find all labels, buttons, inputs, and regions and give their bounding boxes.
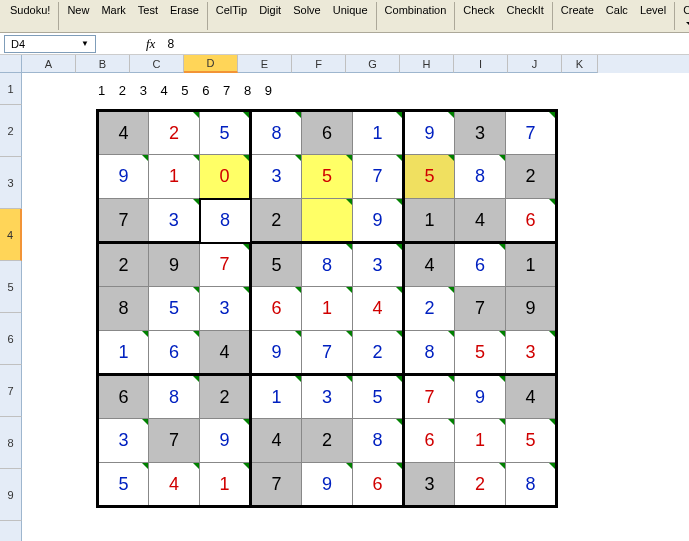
- cell-r2c5[interactable]: 5: [302, 155, 353, 199]
- cell-r7c8[interactable]: 9: [455, 375, 506, 419]
- cell-r1c6[interactable]: 1: [353, 111, 404, 155]
- chevron-down-icon[interactable]: ▼: [81, 39, 89, 48]
- cell-r7c9[interactable]: 4: [506, 375, 557, 419]
- menu-mark[interactable]: Mark: [95, 2, 131, 30]
- cell-r4c3[interactable]: 7: [200, 243, 251, 287]
- cell-r9c1[interactable]: 5: [98, 463, 149, 507]
- cell-r1c2[interactable]: 2: [149, 111, 200, 155]
- col-header-e[interactable]: E: [238, 55, 292, 73]
- menu-sudoku[interactable]: Sudoku!: [4, 2, 56, 30]
- cell-r5c3[interactable]: 3: [200, 287, 251, 331]
- cell-r3c5[interactable]: [302, 199, 353, 243]
- cell-r8c7[interactable]: 6: [404, 419, 455, 463]
- cell-r1c5[interactable]: 6: [302, 111, 353, 155]
- menu-digit[interactable]: Digit: [253, 2, 287, 30]
- select-all-corner[interactable]: [0, 55, 22, 73]
- col-header-a[interactable]: A: [22, 55, 76, 73]
- cell-r1c7[interactable]: 9: [404, 111, 455, 155]
- cell-r4c7[interactable]: 4: [404, 243, 455, 287]
- fx-label[interactable]: fx: [146, 36, 155, 52]
- cell-r5c6[interactable]: 4: [353, 287, 404, 331]
- menu-level[interactable]: Level: [634, 2, 672, 30]
- row-header-10[interactable]: 10: [0, 521, 22, 541]
- cell-r1c4[interactable]: 8: [251, 111, 302, 155]
- menu-cleanup[interactable]: Cleanup: [677, 2, 689, 30]
- cell-r8c1[interactable]: 3: [98, 419, 149, 463]
- col-header-i[interactable]: I: [454, 55, 508, 73]
- cell-r4c9[interactable]: 1: [506, 243, 557, 287]
- cell-r7c4[interactable]: 1: [251, 375, 302, 419]
- row-header-4[interactable]: 4: [0, 209, 22, 261]
- col-header-b[interactable]: B: [76, 55, 130, 73]
- menu-test[interactable]: Test: [132, 2, 164, 30]
- cell-r6c4[interactable]: 9: [251, 331, 302, 375]
- cell-r3c7[interactable]: 1: [404, 199, 455, 243]
- cell-r6c3[interactable]: 4: [200, 331, 251, 375]
- cell-r7c7[interactable]: 7: [404, 375, 455, 419]
- cell-r6c1[interactable]: 1: [98, 331, 149, 375]
- cell-r3c6[interactable]: 9: [353, 199, 404, 243]
- cell-r5c7[interactable]: 2: [404, 287, 455, 331]
- col-header-c[interactable]: C: [130, 55, 184, 73]
- cell-r9c4[interactable]: 7: [251, 463, 302, 507]
- col-header-d[interactable]: D: [184, 55, 238, 73]
- col-header-h[interactable]: H: [400, 55, 454, 73]
- cell-r6c8[interactable]: 5: [455, 331, 506, 375]
- row-header-2[interactable]: 2: [0, 105, 22, 157]
- cell-r5c9[interactable]: 9: [506, 287, 557, 331]
- cell-r2c1[interactable]: 9: [98, 155, 149, 199]
- cell-r2c8[interactable]: 8: [455, 155, 506, 199]
- col-header-j[interactable]: J: [508, 55, 562, 73]
- cell-r6c5[interactable]: 7: [302, 331, 353, 375]
- col-header-k[interactable]: K: [562, 55, 598, 73]
- cell-r8c3[interactable]: 9: [200, 419, 251, 463]
- cell-r7c3[interactable]: 2: [200, 375, 251, 419]
- cell-r8c8[interactable]: 1: [455, 419, 506, 463]
- cell-r2c3[interactable]: 0: [200, 155, 251, 199]
- cell-r1c8[interactable]: 3: [455, 111, 506, 155]
- menu-check[interactable]: Check: [457, 2, 500, 30]
- cell-r9c3[interactable]: 1: [200, 463, 251, 507]
- cell-r3c1[interactable]: 7: [98, 199, 149, 243]
- cell-r6c9[interactable]: 3: [506, 331, 557, 375]
- cell-r6c7[interactable]: 8: [404, 331, 455, 375]
- cell-r8c5[interactable]: 2: [302, 419, 353, 463]
- menu-new[interactable]: New: [61, 2, 95, 30]
- cell-r9c2[interactable]: 4: [149, 463, 200, 507]
- menu-unique[interactable]: Unique: [327, 2, 374, 30]
- menu-checkit[interactable]: CheckIt: [501, 2, 550, 30]
- cell-r4c4[interactable]: 5: [251, 243, 302, 287]
- cell-r5c8[interactable]: 7: [455, 287, 506, 331]
- cell-r6c2[interactable]: 6: [149, 331, 200, 375]
- cell-r9c8[interactable]: 2: [455, 463, 506, 507]
- row-header-3[interactable]: 3: [0, 157, 22, 209]
- col-header-g[interactable]: G: [346, 55, 400, 73]
- row-header-6[interactable]: 6: [0, 313, 22, 365]
- cell-r5c2[interactable]: 5: [149, 287, 200, 331]
- menu-create[interactable]: Create: [555, 2, 600, 30]
- cell-r5c4[interactable]: 6: [251, 287, 302, 331]
- cell-r2c4[interactable]: 3: [251, 155, 302, 199]
- row-header-1[interactable]: 1: [0, 73, 22, 105]
- cell-r7c5[interactable]: 3: [302, 375, 353, 419]
- cell-r1c1[interactable]: 4: [98, 111, 149, 155]
- cell-r2c9[interactable]: 2: [506, 155, 557, 199]
- formula-value[interactable]: 8: [167, 37, 174, 51]
- cell-r8c6[interactable]: 8: [353, 419, 404, 463]
- name-box[interactable]: D4▼: [4, 35, 96, 53]
- cell-r5c5[interactable]: 1: [302, 287, 353, 331]
- menu-calc[interactable]: Calc: [600, 2, 634, 30]
- cell-r1c3[interactable]: 5: [200, 111, 251, 155]
- cell-r4c5[interactable]: 8: [302, 243, 353, 287]
- cell-r2c6[interactable]: 7: [353, 155, 404, 199]
- menu-celtip[interactable]: CelTip: [210, 2, 253, 30]
- cell-r9c6[interactable]: 6: [353, 463, 404, 507]
- cell-r4c8[interactable]: 6: [455, 243, 506, 287]
- cell-r3c8[interactable]: 4: [455, 199, 506, 243]
- cell-r7c6[interactable]: 5: [353, 375, 404, 419]
- cell-r8c4[interactable]: 4: [251, 419, 302, 463]
- row-header-9[interactable]: 9: [0, 469, 22, 521]
- row-header-8[interactable]: 8: [0, 417, 22, 469]
- cell-r5c1[interactable]: 8: [98, 287, 149, 331]
- row-header-7[interactable]: 7: [0, 365, 22, 417]
